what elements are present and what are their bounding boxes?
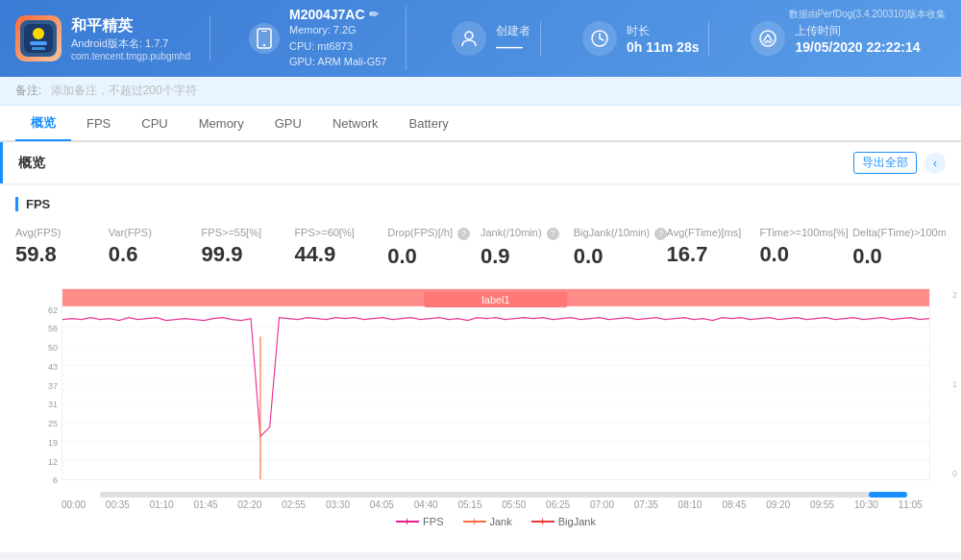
legend-fps: FPS	[396, 516, 443, 527]
device-gpu: GPU: ARM Mali-G57	[289, 54, 386, 70]
stat-var-fps: Var(FPS) 0.6	[109, 227, 202, 267]
notes-bar: 备注: 添加备注，不超过200个字符	[0, 77, 961, 106]
tab-battery[interactable]: Battery	[394, 109, 464, 140]
x-label-8: 04:40	[414, 499, 438, 510]
stat-avg-ftime-value: 16.7	[667, 242, 760, 267]
stat-avg-fps: Avg(FPS) 59.8	[15, 227, 109, 267]
duration-value: 0h 11m 28s	[627, 39, 700, 55]
section-actions: 导出全部 ‹	[853, 152, 946, 174]
y-axis-43: 43	[48, 362, 58, 372]
x-label-15: 08:45	[722, 499, 746, 510]
fps-legend-icon	[396, 518, 419, 525]
svg-rect-3	[30, 41, 47, 45]
stat-avg-ftime: Avg(FTime)[ms] 16.7	[667, 227, 760, 267]
duration-info: 时长 0h 11m 28s	[573, 21, 710, 56]
y-axis-50: 50	[48, 343, 58, 353]
tabs-bar: 概览 FPS CPU Memory GPU Network Battery	[0, 106, 961, 142]
stat-var-fps-value: 0.6	[109, 242, 202, 267]
device-icon	[249, 23, 280, 54]
duration-label: 时长	[627, 23, 700, 39]
tab-memory[interactable]: Memory	[184, 109, 259, 140]
fps-section-title: FPS	[15, 197, 946, 211]
duration-details: 时长 0h 11m 28s	[627, 23, 700, 55]
tab-network[interactable]: Network	[317, 109, 394, 140]
x-label-14: 08:10	[678, 499, 702, 510]
export-button[interactable]: 导出全部	[853, 152, 917, 174]
bigjank-help[interactable]: ?	[654, 228, 667, 240]
jank-y-1: 1	[952, 379, 957, 389]
jank-y-2: 2	[952, 290, 957, 300]
svg-point-8	[465, 32, 473, 39]
x-label-18: 10:30	[854, 499, 878, 510]
x-label-1: 00:35	[106, 499, 130, 510]
app-details: 和平精英 Android版本名: 1.7.7 com.tencent.tmgp.…	[71, 16, 190, 61]
legend-jank-label: Jank	[490, 516, 512, 527]
jank-legend-icon	[463, 518, 486, 525]
creator-icon	[452, 21, 486, 56]
notes-label: 备注:	[15, 84, 41, 97]
tab-fps[interactable]: FPS	[71, 109, 126, 140]
data-source: 数据由PerfDog(3.4.200310)版本收集	[789, 8, 946, 21]
y-axis-12: 12	[48, 457, 58, 467]
fps-stats-row: Avg(FPS) 59.8 Var(FPS) 0.6 FPS>=55[%] 99…	[15, 223, 946, 273]
stat-jank-label: Jank(/10min) ?	[480, 227, 574, 240]
stat-bigjank-label: BigJank(/10min) ?	[574, 227, 667, 240]
drop-fps-help[interactable]: ?	[457, 228, 470, 240]
tab-cpu[interactable]: CPU	[126, 109, 183, 140]
app-info-section: 和平精英 Android版本名: 1.7.7 com.tencent.tmgp.…	[15, 15, 210, 61]
x-axis-labels: 00:00 00:35 01:10 01:45 02:20 02:55 03:3…	[62, 498, 923, 510]
stat-drop-fps-value: 0.0	[387, 244, 480, 269]
header-meta: 创建者 —— 时长 0h 11m 28s	[426, 21, 946, 56]
stat-jank-value: 0.9	[480, 244, 574, 269]
creator-value: ——	[496, 39, 530, 55]
duration-icon	[582, 21, 617, 56]
stat-bigjank-value: 0.0	[574, 244, 667, 269]
stat-ftime100-label: FTime>=100ms[%]	[759, 227, 852, 238]
device-edit-icon[interactable]: ✏	[369, 8, 379, 21]
stat-avg-ftime-label: Avg(FTime)[ms]	[667, 227, 760, 238]
upload-info: 上传时间 19/05/2020 22:22:14	[741, 21, 929, 56]
stat-jank: Jank(/10min) ? 0.9	[480, 227, 574, 269]
tab-overview[interactable]: 概览	[15, 107, 71, 141]
app-icon	[15, 15, 62, 61]
x-label-16: 09:20	[766, 499, 790, 510]
x-label-0: 00:00	[62, 499, 86, 510]
x-label-19: 11:05	[899, 499, 923, 510]
legend-jank: Jank	[463, 516, 512, 527]
collapse-button[interactable]: ‹	[924, 153, 946, 174]
app-version: Android版本名: 1.7.7	[71, 37, 190, 51]
creator-label: 创建者	[496, 23, 530, 39]
main-content: 概览 导出全部 ‹ FPS Avg(FPS) 59.8 Var(FPS) 0.6…	[0, 142, 961, 558]
y-axis-25: 25	[48, 419, 58, 428]
stat-fps60: FPS>=60[%] 44.9	[294, 227, 387, 267]
jank-help[interactable]: ?	[547, 228, 559, 240]
chart-legend: FPS Jank BigJank	[62, 510, 930, 533]
y-axis-19: 19	[48, 438, 58, 448]
stat-fps60-label: FPS>=60[%]	[294, 227, 387, 238]
svg-marker-25	[474, 518, 476, 525]
y-axis-6: 6	[53, 475, 58, 485]
stat-delta-ftime: Delta(FTime)>100ms[/h] ? 0.0	[852, 227, 946, 269]
y-axis-top: 62	[48, 305, 58, 315]
stat-ftime100-value: 0.0	[759, 242, 852, 267]
upload-icon	[751, 21, 785, 56]
bigjank-legend-icon	[531, 518, 554, 525]
y-axis-37: 37	[48, 381, 58, 391]
stat-avg-fps-label: Avg(FPS)	[15, 227, 109, 238]
overview-section-header: 概览 导出全部 ‹	[0, 142, 961, 183]
x-label-10: 05:50	[502, 499, 526, 510]
stat-fps55: FPS>=55[%] 99.9	[202, 227, 295, 267]
creator-info: 创建者 ——	[442, 21, 541, 56]
stat-delta-ftime-label: Delta(FTime)>100ms[/h] ?	[852, 227, 946, 240]
upload-value: 19/05/2020 22:22:14	[795, 39, 920, 55]
y-axis-31: 31	[48, 400, 58, 409]
svg-rect-4	[32, 47, 45, 50]
x-label-4: 02:20	[237, 499, 261, 510]
stat-var-fps-label: Var(FPS)	[109, 227, 202, 238]
stat-fps55-label: FPS>=55[%]	[202, 227, 295, 238]
notes-placeholder[interactable]: 添加备注，不超过200个字符	[51, 84, 197, 97]
tab-gpu[interactable]: GPU	[259, 109, 317, 140]
svg-marker-27	[542, 518, 544, 525]
device-memory: Memory: 7.2G	[289, 22, 386, 38]
upload-label: 上传时间	[795, 23, 920, 39]
